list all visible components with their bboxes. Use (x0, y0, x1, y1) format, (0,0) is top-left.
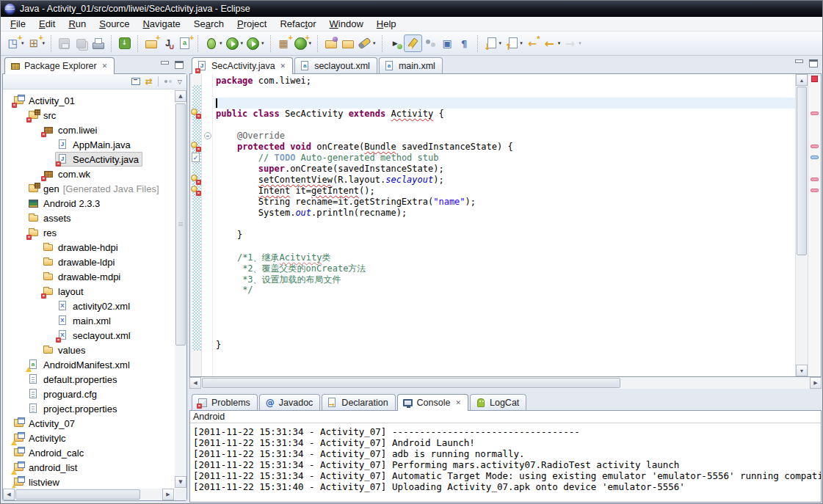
dropdown-arrow-icon[interactable]: ▾ (558, 40, 561, 46)
tree-item-project-properties[interactable]: project.properties (4, 401, 174, 416)
code-editor[interactable]: package com.liwei;public class SecActivi… (214, 74, 795, 376)
console-tab-console[interactable]: Console✕ (397, 394, 468, 411)
tree-item-values[interactable]: values (4, 343, 174, 357)
editor-tab-secactivity-java[interactable]: ×SecActivity.java✕ (192, 57, 293, 74)
show-whitespace-icon[interactable] (456, 34, 473, 52)
scrollbar-thumb[interactable] (175, 103, 186, 346)
next-annotation-icon[interactable]: ▾ (482, 34, 504, 52)
tree-vertical-scrollbar[interactable]: ▲ ▼ (175, 90, 186, 488)
console-output[interactable]: [2011-11-22 15:31:34 - Activity_07] ----… (190, 423, 821, 492)
close-icon[interactable]: ✕ (455, 399, 461, 406)
tree-item-androidmanifest-xml[interactable]: AndroidManifest.xml (4, 357, 174, 372)
dropdown-arrow-icon[interactable]: ▾ (373, 40, 376, 46)
new-junit-test-icon[interactable] (159, 34, 176, 52)
scrollbar-thumb[interactable] (797, 87, 807, 255)
tree-item-drawable-mdpi[interactable]: drawable-mdpi (4, 269, 174, 284)
tree-item-drawable-hdpi[interactable]: drawable-hdpi (4, 240, 174, 255)
tree-item-listview[interactable]: listview (4, 475, 174, 488)
tree-item-proguard-cfg[interactable]: proguard.cfg (4, 387, 174, 401)
new-android-xml-icon[interactable] (176, 34, 193, 52)
error-overview-marker[interactable] (811, 145, 819, 148)
menu-help[interactable]: Help (370, 17, 403, 31)
maximize-icon[interactable] (175, 61, 184, 69)
print-icon[interactable] (90, 34, 106, 52)
scroll-left-icon[interactable]: ◀ (3, 489, 15, 500)
tree-item-layout[interactable]: ×layout (4, 284, 174, 299)
scroll-down-icon[interactable]: ▼ (175, 476, 186, 488)
dropdown-arrow-icon[interactable]: ▾ (241, 40, 244, 46)
collapse-fold-icon[interactable] (204, 132, 211, 139)
tree-item-seclayout-xml[interactable]: ×seclayout.xml (4, 328, 174, 343)
previous-annotation-icon[interactable]: ▾ (503, 34, 524, 52)
minimize-icon[interactable] (161, 61, 169, 68)
editor-tab-main-xml[interactable]: main.xml (379, 57, 443, 73)
menu-run[interactable]: Run (62, 17, 93, 31)
folding-ruler[interactable] (203, 74, 213, 376)
close-icon[interactable]: ✕ (280, 62, 286, 70)
console-tab-declaration[interactable]: Declaration (322, 394, 395, 410)
error-marker-icon[interactable]: × (191, 109, 201, 119)
console-tab-problems[interactable]: Problems (192, 394, 258, 410)
scroll-left-icon[interactable]: ◀ (189, 377, 201, 389)
error-overview-marker[interactable] (811, 189, 819, 192)
menu-source[interactable]: Source (93, 17, 136, 31)
view-menu-icon[interactable] (164, 78, 173, 84)
new-java-project-icon[interactable]: ▾ (26, 34, 47, 52)
task-overview-marker[interactable] (811, 156, 819, 159)
menu-refactor[interactable]: Refactor (273, 17, 322, 31)
tree-item-assets[interactable]: assets (4, 211, 174, 225)
dropdown-arrow-icon[interactable]: ▾ (220, 40, 222, 46)
package-explorer-tab[interactable]: Package Explorer ✕ (4, 57, 115, 74)
link-with-editor-icon[interactable] (145, 76, 153, 87)
open-type-icon[interactable] (322, 34, 339, 52)
toggle-breadcrumb-icon[interactable] (387, 34, 404, 52)
tree-item-drawable-ldpi[interactable]: drawable-ldpi (4, 255, 174, 269)
new-java-package-icon[interactable] (275, 34, 292, 52)
error-marker-icon[interactable]: × (191, 186, 201, 196)
last-edit-location-icon[interactable] (524, 34, 541, 52)
tree-item-android-list[interactable]: android_list (4, 460, 174, 475)
editor-horizontal-scrollbar[interactable]: ◀ ▶ (189, 377, 822, 389)
dropdown-arrow-icon[interactable]: ▾ (499, 40, 502, 46)
tree-item-activity02-xml[interactable]: activity02.xml (4, 299, 174, 313)
tree-item-src[interactable]: ×src (4, 108, 174, 123)
close-icon[interactable]: ✕ (102, 62, 108, 70)
task-marker-icon[interactable]: ✓ (192, 153, 200, 162)
menu-search[interactable]: Search (187, 17, 231, 31)
overview-ruler[interactable] (808, 74, 821, 376)
debug-icon[interactable]: ▾ (203, 34, 224, 52)
console-tab-logcat[interactable]: LogCat (470, 394, 526, 410)
new-wizard-icon[interactable]: ▾ (4, 34, 26, 52)
scroll-right-icon[interactable]: ▶ (162, 489, 174, 500)
android-sdk-manager-icon[interactable] (116, 34, 133, 52)
console-tab-javadoc[interactable]: Javadoc (259, 394, 321, 410)
new-android-project-icon[interactable] (142, 34, 159, 52)
editor-vertical-scrollbar[interactable]: ▲ ▼ (795, 74, 808, 376)
collapse-all-icon[interactable] (131, 78, 140, 85)
tree-item-com-wk[interactable]: ×com.wk (4, 167, 174, 181)
scroll-up-icon[interactable]: ▲ (796, 74, 808, 86)
mark-occurrences-icon[interactable] (404, 34, 422, 52)
open-resource-icon[interactable] (339, 34, 356, 52)
menu-file[interactable]: File (4, 17, 32, 31)
tree-item-activity-07[interactable]: Activity_07 (4, 416, 174, 431)
tree-item-com-liwei[interactable]: ×com.liwei (4, 123, 174, 137)
dropdown-arrow-icon[interactable]: ▾ (261, 40, 264, 46)
open-implementation-icon[interactable] (422, 34, 439, 52)
scrollbar-thumb[interactable] (202, 378, 620, 388)
save-all-icon[interactable] (73, 34, 90, 52)
forward-icon[interactable]: ▾ (562, 34, 583, 52)
run-icon[interactable]: ▾ (224, 34, 245, 52)
dropdown-arrow-icon[interactable]: ▾ (520, 40, 523, 46)
tree-horizontal-scrollbar[interactable]: ◀ ▶ (3, 489, 174, 500)
tree-item-main-xml[interactable]: main.xml (4, 313, 174, 328)
tree-item-default-properties[interactable]: default.properties (4, 372, 174, 387)
new-java-class-icon[interactable]: ▾ (292, 34, 313, 52)
menu-edit[interactable]: Edit (32, 17, 62, 31)
annotation-ruler[interactable]: ××✓×× (190, 74, 202, 376)
error-overview-marker[interactable] (811, 112, 819, 115)
tree-item-activitylc[interactable]: Activitylc (4, 431, 174, 445)
tree-item-gen[interactable]: gen [Generated Java Files] (4, 181, 174, 196)
scroll-right-icon[interactable]: ▶ (810, 377, 822, 389)
error-overview-marker[interactable] (811, 178, 819, 181)
